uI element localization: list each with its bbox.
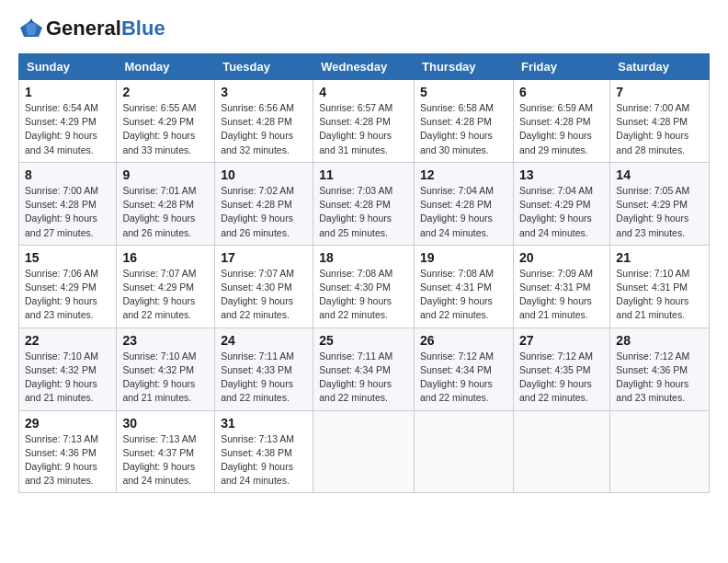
day-number: 23 xyxy=(122,333,209,348)
calendar-cell: 3Sunrise: 6:56 AMSunset: 4:28 PMDaylight… xyxy=(215,80,313,163)
logo-icon xyxy=(18,18,44,39)
week-row-1: 1Sunrise: 6:54 AMSunset: 4:29 PMDaylight… xyxy=(19,80,710,163)
weekday-header-row: SundayMondayTuesdayWednesdayThursdayFrid… xyxy=(19,54,710,80)
day-number: 9 xyxy=(122,167,209,182)
calendar-cell: 8Sunrise: 7:00 AMSunset: 4:28 PMDaylight… xyxy=(19,162,117,245)
calendar-cell: 16Sunrise: 7:07 AMSunset: 4:29 PMDayligh… xyxy=(117,245,215,327)
day-detail: Sunrise: 7:02 AMSunset: 4:28 PMDaylight:… xyxy=(221,184,307,240)
day-detail: Sunrise: 7:08 AMSunset: 4:31 PMDaylight:… xyxy=(420,267,507,323)
day-detail: Sunrise: 7:11 AMSunset: 4:33 PMDaylight:… xyxy=(221,350,307,406)
weekday-sunday: Sunday xyxy=(19,54,117,80)
day-detail: Sunrise: 7:07 AMSunset: 4:29 PMDaylight:… xyxy=(122,267,209,323)
day-number: 8 xyxy=(25,167,110,182)
day-detail: Sunrise: 7:11 AMSunset: 4:34 PMDaylight:… xyxy=(319,350,408,406)
calendar-cell: 12Sunrise: 7:04 AMSunset: 4:28 PMDayligh… xyxy=(415,162,514,245)
calendar-cell: 13Sunrise: 7:04 AMSunset: 4:29 PMDayligh… xyxy=(513,162,609,245)
weekday-tuesday: Tuesday xyxy=(215,54,313,80)
calendar-cell: 4Sunrise: 6:57 AMSunset: 4:28 PMDaylight… xyxy=(313,80,415,163)
calendar-cell: 15Sunrise: 7:06 AMSunset: 4:29 PMDayligh… xyxy=(19,245,117,327)
day-number: 10 xyxy=(221,167,307,182)
header: GeneralBlue xyxy=(18,17,710,40)
calendar-cell: 2Sunrise: 6:55 AMSunset: 4:29 PMDaylight… xyxy=(117,80,215,163)
day-detail: Sunrise: 7:13 AMSunset: 4:37 PMDaylight:… xyxy=(122,432,209,488)
day-number: 25 xyxy=(319,333,408,348)
calendar-cell xyxy=(313,410,415,493)
day-detail: Sunrise: 7:00 AMSunset: 4:28 PMDaylight:… xyxy=(616,101,703,157)
day-number: 3 xyxy=(221,85,307,99)
day-number: 15 xyxy=(25,250,110,265)
day-number: 27 xyxy=(519,333,604,348)
calendar-cell: 28Sunrise: 7:12 AMSunset: 4:36 PMDayligh… xyxy=(610,327,710,410)
calendar-cell: 10Sunrise: 7:02 AMSunset: 4:28 PMDayligh… xyxy=(215,162,313,245)
calendar-cell: 19Sunrise: 7:08 AMSunset: 4:31 PMDayligh… xyxy=(415,245,514,327)
day-detail: Sunrise: 7:07 AMSunset: 4:30 PMDaylight:… xyxy=(221,267,307,323)
day-number: 11 xyxy=(319,167,408,182)
calendar-cell: 14Sunrise: 7:05 AMSunset: 4:29 PMDayligh… xyxy=(610,162,710,245)
day-detail: Sunrise: 7:12 AMSunset: 4:36 PMDaylight:… xyxy=(616,350,703,406)
day-detail: Sunrise: 6:55 AMSunset: 4:29 PMDaylight:… xyxy=(122,101,209,157)
day-number: 1 xyxy=(25,85,110,99)
day-detail: Sunrise: 7:08 AMSunset: 4:30 PMDaylight:… xyxy=(319,267,408,323)
day-detail: Sunrise: 7:10 AMSunset: 4:32 PMDaylight:… xyxy=(122,350,209,406)
calendar-cell: 26Sunrise: 7:12 AMSunset: 4:34 PMDayligh… xyxy=(415,327,514,410)
calendar-cell: 17Sunrise: 7:07 AMSunset: 4:30 PMDayligh… xyxy=(215,245,313,327)
day-number: 2 xyxy=(122,85,209,99)
calendar-cell: 22Sunrise: 7:10 AMSunset: 4:32 PMDayligh… xyxy=(19,327,117,410)
day-detail: Sunrise: 7:01 AMSunset: 4:28 PMDaylight:… xyxy=(122,184,209,240)
day-number: 30 xyxy=(122,416,209,431)
day-number: 29 xyxy=(25,416,110,431)
weekday-saturday: Saturday xyxy=(610,54,710,80)
day-detail: Sunrise: 7:03 AMSunset: 4:28 PMDaylight:… xyxy=(319,184,408,240)
calendar-cell: 1Sunrise: 6:54 AMSunset: 4:29 PMDaylight… xyxy=(19,80,117,163)
day-number: 19 xyxy=(420,250,507,265)
calendar-cell: 23Sunrise: 7:10 AMSunset: 4:32 PMDayligh… xyxy=(117,327,215,410)
day-number: 26 xyxy=(420,333,507,348)
calendar-cell xyxy=(513,410,609,493)
day-number: 24 xyxy=(221,333,307,348)
calendar-cell: 24Sunrise: 7:11 AMSunset: 4:33 PMDayligh… xyxy=(215,327,313,410)
calendar: SundayMondayTuesdayWednesdayThursdayFrid… xyxy=(18,53,710,493)
week-row-3: 15Sunrise: 7:06 AMSunset: 4:29 PMDayligh… xyxy=(19,245,710,327)
week-row-5: 29Sunrise: 7:13 AMSunset: 4:36 PMDayligh… xyxy=(19,410,710,493)
day-detail: Sunrise: 7:12 AMSunset: 4:34 PMDaylight:… xyxy=(420,350,507,406)
weekday-thursday: Thursday xyxy=(415,54,514,80)
calendar-cell: 5Sunrise: 6:58 AMSunset: 4:28 PMDaylight… xyxy=(415,80,514,163)
day-detail: Sunrise: 7:10 AMSunset: 4:32 PMDaylight:… xyxy=(25,350,110,406)
logo-general: General xyxy=(46,17,121,40)
calendar-cell: 6Sunrise: 6:59 AMSunset: 4:28 PMDaylight… xyxy=(513,80,609,163)
calendar-cell: 29Sunrise: 7:13 AMSunset: 4:36 PMDayligh… xyxy=(19,410,117,493)
calendar-cell: 7Sunrise: 7:00 AMSunset: 4:28 PMDaylight… xyxy=(610,80,710,163)
logo-text: GeneralBlue xyxy=(46,17,165,40)
day-detail: Sunrise: 7:13 AMSunset: 4:36 PMDaylight:… xyxy=(25,432,110,488)
calendar-cell: 30Sunrise: 7:13 AMSunset: 4:37 PMDayligh… xyxy=(117,410,215,493)
calendar-cell: 21Sunrise: 7:10 AMSunset: 4:31 PMDayligh… xyxy=(610,245,710,327)
day-number: 22 xyxy=(25,333,110,348)
day-detail: Sunrise: 7:05 AMSunset: 4:29 PMDaylight:… xyxy=(616,184,703,240)
day-detail: Sunrise: 7:12 AMSunset: 4:35 PMDaylight:… xyxy=(519,350,604,406)
day-detail: Sunrise: 7:06 AMSunset: 4:29 PMDaylight:… xyxy=(25,267,110,323)
day-detail: Sunrise: 7:04 AMSunset: 4:28 PMDaylight:… xyxy=(420,184,507,240)
weekday-friday: Friday xyxy=(513,54,609,80)
logo-blue: Blue xyxy=(121,17,165,40)
calendar-cell: 11Sunrise: 7:03 AMSunset: 4:28 PMDayligh… xyxy=(313,162,415,245)
day-number: 28 xyxy=(616,333,703,348)
day-detail: Sunrise: 7:00 AMSunset: 4:28 PMDaylight:… xyxy=(25,184,110,240)
day-number: 17 xyxy=(221,250,307,265)
day-detail: Sunrise: 6:54 AMSunset: 4:29 PMDaylight:… xyxy=(25,101,110,157)
day-detail: Sunrise: 6:59 AMSunset: 4:28 PMDaylight:… xyxy=(519,101,604,157)
day-number: 6 xyxy=(519,85,604,99)
day-detail: Sunrise: 6:57 AMSunset: 4:28 PMDaylight:… xyxy=(319,101,408,157)
day-number: 16 xyxy=(122,250,209,265)
day-detail: Sunrise: 6:56 AMSunset: 4:28 PMDaylight:… xyxy=(221,101,307,157)
calendar-cell: 20Sunrise: 7:09 AMSunset: 4:31 PMDayligh… xyxy=(513,245,609,327)
day-number: 20 xyxy=(519,250,604,265)
day-number: 21 xyxy=(616,250,703,265)
day-number: 31 xyxy=(221,416,307,431)
day-detail: Sunrise: 7:04 AMSunset: 4:29 PMDaylight:… xyxy=(519,184,604,240)
weekday-monday: Monday xyxy=(117,54,215,80)
day-detail: Sunrise: 6:58 AMSunset: 4:28 PMDaylight:… xyxy=(420,101,507,157)
day-number: 5 xyxy=(420,85,507,99)
calendar-cell xyxy=(610,410,710,493)
calendar-cell: 27Sunrise: 7:12 AMSunset: 4:35 PMDayligh… xyxy=(513,327,609,410)
day-number: 12 xyxy=(420,167,507,182)
